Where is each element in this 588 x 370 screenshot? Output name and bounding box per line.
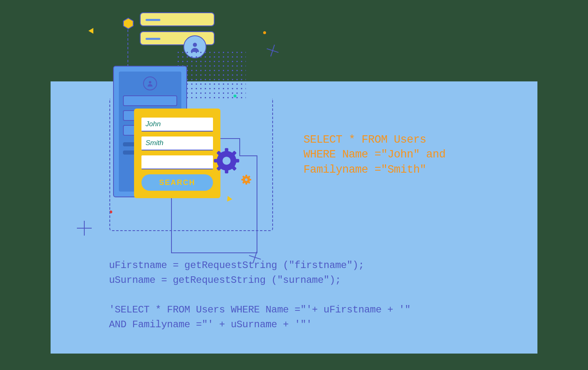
plus-icon bbox=[77, 221, 92, 236]
triangle-icon bbox=[88, 28, 93, 34]
svg-rect-16 bbox=[241, 179, 243, 180]
svg-point-2 bbox=[149, 81, 151, 83]
last-name-field[interactable]: Smith bbox=[141, 136, 213, 150]
user-icon bbox=[143, 76, 157, 90]
connector-line bbox=[127, 30, 128, 67]
svg-point-1 bbox=[193, 43, 197, 47]
code-block: uFirstname = getRequestString ("firstnam… bbox=[109, 258, 410, 332]
svg-rect-7 bbox=[234, 159, 239, 162]
svg-marker-0 bbox=[123, 18, 133, 29]
gear-icon bbox=[212, 146, 241, 175]
mock-input bbox=[123, 95, 177, 106]
code-line: 'SELECT * FROM Users WHERE Name ="'+ uFi… bbox=[109, 304, 410, 315]
svg-rect-17 bbox=[249, 179, 251, 180]
code-line: uFirstname = getRequestString ("firstnam… bbox=[109, 260, 364, 271]
code-line: AND Familyname ="' + uSurname + '"' bbox=[109, 319, 312, 330]
svg-rect-4 bbox=[225, 148, 228, 153]
first-name-field[interactable]: John bbox=[141, 118, 213, 132]
sparkle-icon bbox=[266, 44, 279, 57]
decorative-tag-1 bbox=[140, 12, 215, 26]
svg-rect-6 bbox=[214, 159, 219, 162]
svg-point-12 bbox=[222, 157, 231, 165]
sql-output: SELECT * FROM Users WHERE Name ="John" a… bbox=[303, 132, 445, 177]
search-form-card: John Smith . SEARCH bbox=[134, 109, 220, 198]
sql-line: Familyname ="Smith" bbox=[303, 162, 445, 177]
dot-icon bbox=[263, 31, 266, 34]
code-line: uSurname = getRequestString ("surname"); bbox=[109, 275, 341, 286]
hexagon-icon bbox=[122, 17, 134, 30]
svg-rect-15 bbox=[245, 183, 247, 185]
svg-point-22 bbox=[245, 178, 248, 181]
sql-line: WHERE Name ="John" and bbox=[303, 147, 445, 162]
dot-icon bbox=[234, 95, 236, 97]
svg-rect-14 bbox=[245, 175, 247, 177]
svg-rect-5 bbox=[225, 168, 228, 173]
sql-line: SELECT * FROM Users bbox=[303, 132, 445, 147]
search-button[interactable]: SEARCH bbox=[141, 174, 213, 191]
empty-field[interactable]: . bbox=[141, 155, 213, 169]
gear-small-icon bbox=[241, 174, 252, 185]
